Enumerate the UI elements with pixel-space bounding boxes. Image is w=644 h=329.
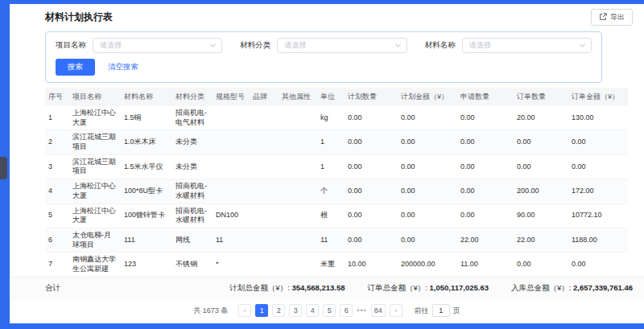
- table-cell: 招商机电-电气材料: [172, 106, 213, 130]
- export-icon: [599, 13, 607, 23]
- filter-field: 材料名称请选择: [425, 38, 592, 53]
- table-cell: 未分类: [172, 154, 213, 179]
- goto-prefix-label: 前往: [415, 306, 429, 316]
- table-cell: 0.00: [568, 154, 628, 179]
- table-cell: 0.00: [345, 204, 398, 228]
- table-cell: 0.00: [345, 106, 398, 130]
- table-cell: 10772.10: [568, 204, 628, 228]
- table-cell: 0.00: [398, 179, 457, 204]
- table-cell: 0.00: [514, 130, 568, 154]
- column-header: 单位: [317, 88, 345, 106]
- table-row[interactable]: 2滨江花城三期项目1.0米木床未分类10.000.000.000.000.00: [45, 130, 628, 154]
- table-cell: 4: [45, 179, 69, 204]
- clear-search-link[interactable]: 清空搜索: [108, 62, 138, 72]
- chevron-down-icon: [395, 42, 401, 47]
- table-cell: 1.0米木床: [121, 130, 172, 154]
- summary-item-value: 1,050,117,025.63: [430, 283, 489, 292]
- table-cell: 130.00: [568, 106, 628, 130]
- total-count: 共 1673 条: [193, 306, 228, 316]
- table-row[interactable]: 4上海松江中心大厦100*8U型卡招商机电-水暖材料个0.000.000.002…: [45, 179, 628, 204]
- table-header-row: 序号项目名称材料名称材料分类规格型号品牌其他属性单位计划数量计划金额（¥）申请数…: [45, 88, 628, 106]
- page-button[interactable]: 1: [255, 304, 268, 317]
- table-cell: 11: [213, 228, 250, 252]
- column-header: 品牌: [250, 88, 279, 106]
- page-button[interactable]: 3: [289, 304, 302, 317]
- table-cell: 不锈钢: [172, 253, 213, 277]
- table-cell: 上海松江中心大厦: [69, 106, 121, 130]
- filter-panel: 项目名称请选择材料分类请选择材料名称请选择 搜索 清空搜索: [45, 31, 602, 83]
- table-cell: 招商机电-水暖材料: [172, 204, 213, 228]
- table-cell: 招商机电-水暖材料: [172, 179, 213, 204]
- table-row[interactable]: 5上海松江中心大厦100镀锌管卡招商机电-水暖材料DN100根0.000.000…: [45, 204, 628, 228]
- export-button[interactable]: 导出: [591, 9, 633, 26]
- filter-select[interactable]: 请选择: [277, 38, 407, 53]
- export-button-label: 导出: [610, 12, 625, 23]
- table-row[interactable]: 6太仓电梯-月球项目111网线11110.000.0022.0022.00118…: [45, 228, 628, 252]
- chevron-down-icon: [210, 42, 216, 47]
- table-cell: 172.00: [568, 179, 628, 204]
- goto-suffix-label: 页: [453, 306, 460, 316]
- table-cell: 7: [45, 253, 69, 277]
- column-header: 其他属性: [279, 88, 317, 106]
- summary-item-label: 入库总金额（¥）:: [511, 283, 573, 292]
- table-cell: [250, 204, 279, 228]
- filter-field: 材料分类请选择: [240, 38, 407, 53]
- table-cell: [213, 106, 250, 130]
- table-cell: 1: [317, 130, 345, 154]
- table-cell: [213, 130, 250, 154]
- sidebar-toggle-handle[interactable]: [0, 157, 7, 179]
- summary-item: 入库总金额（¥）: 2,657,339,761.46: [511, 283, 633, 294]
- table-cell: 米重: [317, 253, 345, 277]
- table-cell: 1188.00: [568, 228, 628, 252]
- table-cell: 滨江花城三期项目: [69, 130, 121, 154]
- table-cell: 0.00: [514, 154, 568, 179]
- table-cell: [279, 228, 317, 252]
- summary-item-label: 订单总金额（¥）:: [367, 283, 429, 292]
- table-cell: 0.00: [398, 228, 457, 252]
- table-cell: 1: [317, 154, 345, 179]
- table-cell: 南钢鑫达大学生公寓新建: [69, 253, 121, 277]
- table-cell: 90.00: [514, 204, 568, 228]
- chevron-down-icon: [580, 42, 585, 47]
- summary-item-value: 2,657,339,761.46: [573, 283, 633, 292]
- materials-table: 序号项目名称材料名称材料分类规格型号品牌其他属性单位计划数量计划金额（¥）申请数…: [45, 88, 628, 277]
- prev-page-button[interactable]: ‹: [238, 304, 251, 317]
- page-button[interactable]: 4: [306, 304, 319, 317]
- goto-page-input[interactable]: [432, 304, 450, 317]
- filter-placeholder: 请选择: [469, 40, 491, 51]
- table-cell: 个: [317, 179, 345, 204]
- table-cell: 200.00: [514, 179, 568, 204]
- table-cell: [279, 179, 317, 204]
- column-header: 计划金额（¥）: [398, 88, 457, 106]
- table-row[interactable]: 7南钢鑫达大学生公寓新建123不锈钢*米重10.00200000.0011.00…: [45, 253, 628, 277]
- table-cell: 10.00: [345, 253, 398, 277]
- table-row[interactable]: 1上海松江中心大厦1.5铜招商机电-电气材料kg0.000.000.0020.0…: [45, 106, 628, 130]
- table-cell: 0.00: [398, 154, 457, 179]
- table-cell: 22.00: [514, 228, 568, 252]
- table-cell: 11: [317, 228, 345, 252]
- table-cell: 上海松江中心大厦: [69, 179, 121, 204]
- search-button[interactable]: 搜索: [56, 59, 95, 76]
- table-cell: [279, 204, 317, 228]
- summary-item-value: 354,568,213.58: [291, 283, 345, 292]
- filter-select[interactable]: 请选择: [462, 38, 592, 53]
- table-cell: 0.00: [514, 253, 568, 277]
- table-cell: 1.5米水平仪: [121, 154, 172, 179]
- table-cell: 未分类: [172, 130, 213, 154]
- column-header: 项目名称: [69, 88, 121, 106]
- column-header: 规格型号: [213, 88, 250, 106]
- table-cell: [250, 179, 279, 204]
- filter-label: 材料名称: [425, 40, 456, 51]
- page-button[interactable]: 5: [323, 304, 336, 317]
- table-cell: [279, 106, 317, 130]
- page-button[interactable]: 2: [272, 304, 285, 317]
- table-row[interactable]: 3滨江花城三期项目1.5米水平仪未分类10.000.000.000.000.00: [45, 154, 628, 179]
- next-page-button[interactable]: ›: [390, 304, 402, 317]
- table-cell: 0.00: [345, 130, 398, 154]
- page-button[interactable]: 84: [371, 304, 386, 317]
- table-cell: 太仓电梯-月球项目: [69, 228, 121, 252]
- table-cell: 22.00: [457, 228, 514, 252]
- filter-select[interactable]: 请选择: [93, 38, 222, 53]
- summary-items: 计划总金额（¥）: 354,568,213.58订单总金额（¥）: 1,050,…: [229, 283, 633, 294]
- page-button[interactable]: 6: [340, 304, 353, 317]
